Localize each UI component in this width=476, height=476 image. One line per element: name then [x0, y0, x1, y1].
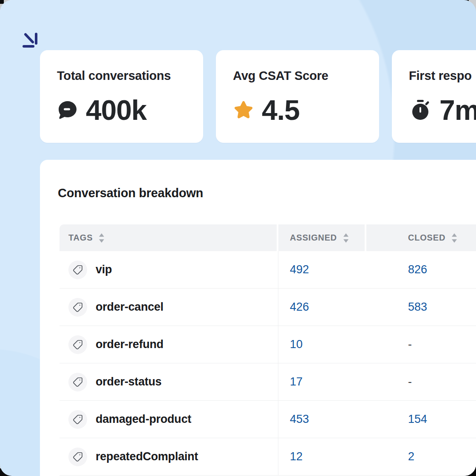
- tag-icon-circle: [68, 335, 87, 354]
- column-label: CLOSED: [408, 233, 445, 243]
- table-row: damaged-product 453 154: [60, 401, 476, 438]
- tag-cell: repeatedComplaint: [60, 438, 278, 475]
- sort-arrows-icon: [343, 233, 349, 243]
- assigned-cell: 12: [278, 438, 366, 475]
- tag-icon-circle: [68, 373, 87, 391]
- tag-name: damaged-product: [96, 413, 191, 426]
- stat-title: Avg CSAT Score: [233, 69, 379, 83]
- tag-icon-circle: [68, 448, 87, 466]
- assigned-value-link[interactable]: 12: [290, 450, 303, 463]
- sort-arrows-icon: [98, 233, 105, 243]
- closed-value-link[interactable]: 154: [408, 413, 427, 426]
- column-label: TAGS: [68, 233, 93, 243]
- corner-arrow-logo: [21, 31, 47, 51]
- tag-cell: vip: [60, 251, 278, 288]
- app-canvas: Total conversations 400k Avg CSAT Score: [0, 0, 476, 476]
- tag-name: order-cancel: [96, 300, 164, 314]
- stat-value: 4.5: [262, 94, 300, 126]
- tag-icon-circle: [68, 410, 87, 429]
- table-row: order-status 17 -: [60, 363, 476, 401]
- column-header-closed[interactable]: CLOSED: [366, 224, 476, 251]
- table-body: vip 492 826 order-cancel 426 583: [60, 251, 476, 476]
- conversation-breakdown-card: Conversation breakdown TAGS ASSIGNED: [40, 160, 476, 476]
- tag-name: order-refund: [96, 338, 164, 351]
- closed-cell: 2: [366, 438, 476, 475]
- assigned-cell: 453: [278, 401, 366, 438]
- stat-card-first-response: First respo 7m: [392, 50, 476, 143]
- assigned-cell: 426: [278, 289, 366, 326]
- column-label: ASSIGNED: [290, 233, 337, 243]
- speech-bubble-icon: [57, 99, 78, 121]
- breakdown-table: TAGS ASSIGNED: [60, 224, 476, 476]
- assigned-cell: 10: [278, 326, 366, 363]
- tag-cell: damaged-product: [60, 401, 278, 438]
- tag-name: repeatedComplaint: [96, 450, 198, 463]
- sort-arrows-icon: [451, 233, 458, 243]
- section-title: Conversation breakdown: [58, 186, 203, 200]
- closed-value-link[interactable]: 826: [408, 263, 427, 276]
- closed-cell: 826: [366, 251, 476, 288]
- stat-card-total-conversations: Total conversations 400k: [40, 50, 203, 143]
- closed-value-link[interactable]: 583: [408, 300, 427, 314]
- tag-name: order-status: [96, 375, 162, 388]
- assigned-value-link[interactable]: 17: [290, 375, 303, 388]
- stat-cards-row: Total conversations 400k Avg CSAT Score: [40, 50, 476, 143]
- closed-cell: 583: [366, 289, 476, 326]
- tag-cell: order-cancel: [60, 289, 278, 326]
- column-header-assigned[interactable]: ASSIGNED: [278, 224, 366, 251]
- assigned-value-link[interactable]: 453: [290, 413, 309, 426]
- assigned-value-link[interactable]: 492: [290, 263, 309, 276]
- closed-value-link: -: [408, 338, 412, 351]
- stat-value: 7m: [439, 94, 476, 126]
- column-header-tags[interactable]: TAGS: [60, 224, 278, 251]
- closed-value-link[interactable]: 2: [408, 450, 414, 463]
- assigned-value-link[interactable]: 426: [290, 300, 309, 314]
- tag-cell: order-refund: [60, 326, 278, 363]
- stopwatch-icon: [409, 99, 432, 122]
- stat-title: First respo: [409, 69, 476, 83]
- tag-icon-circle: [68, 298, 87, 317]
- assigned-cell: 17: [278, 363, 366, 400]
- stat-card-avg-csat: Avg CSAT Score 4.5: [216, 50, 379, 143]
- star-icon: [233, 99, 254, 121]
- stat-title: Total conversations: [57, 69, 203, 83]
- table-row: vip 492 826: [60, 251, 476, 289]
- tag-name: vip: [96, 263, 112, 276]
- dashboard-page: Total conversations 400k Avg CSAT Score: [0, 0, 476, 476]
- stat-value: 400k: [86, 94, 147, 126]
- tag-cell: order-status: [60, 363, 278, 400]
- closed-value-link: -: [408, 375, 412, 388]
- assigned-value-link[interactable]: 10: [290, 338, 303, 351]
- table-row: order-refund 10 -: [60, 326, 476, 363]
- table-header-row: TAGS ASSIGNED: [60, 224, 476, 251]
- closed-cell: -: [366, 363, 476, 400]
- closed-cell: -: [366, 326, 476, 363]
- tag-icon-circle: [68, 261, 87, 279]
- assigned-cell: 492: [278, 251, 366, 288]
- closed-cell: 154: [366, 401, 476, 438]
- table-row: order-cancel 426 583: [60, 289, 476, 326]
- table-row: repeatedComplaint 12 2: [60, 438, 476, 476]
